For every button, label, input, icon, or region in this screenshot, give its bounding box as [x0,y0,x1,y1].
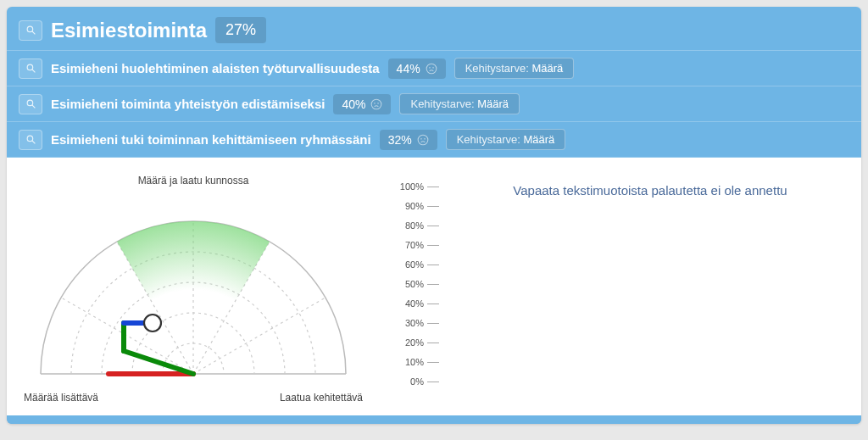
question-label: Esimieheni huolehtiminen alaisten työtur… [51,61,380,75]
zoom-button[interactable] [19,94,42,114]
zoom-button[interactable] [19,20,42,41]
gauge-svg [24,187,363,391]
sad-face-icon [417,134,429,146]
zoom-button[interactable] [19,58,42,79]
gauge-label-left: Määrää lisättävä [24,392,98,404]
magnifier-icon [25,63,36,74]
question-row-1: Esimieheni toiminta yhteistyön edistämis… [7,86,861,122]
svg-point-4 [426,64,437,74]
gauge-label-right: Laatua kehitettävä [280,392,363,404]
dev-label: Kehitystarve: [465,62,529,75]
scale-tick: 30% [405,318,439,328]
question-percent-badge: 44% [388,58,446,79]
scale-tick: 70% [405,240,439,250]
feedback-column: Vapaata tekstimuotoista palautetta ei ol… [456,175,844,404]
svg-line-13 [32,141,35,143]
category-panel: Esimiestoiminta 27% Esimieheni huolehtim… [7,7,861,424]
scale-tick: 80% [405,220,439,231]
magnifier-icon [25,25,36,36]
feedback-empty-text: Vapaata tekstimuotoista palautetta ei ol… [473,183,827,198]
svg-point-5 [429,67,430,68]
gauge-label-top: Määrä ja laatu kunnossa [138,175,249,187]
question-label: Esimieheni toiminta yhteistyön edistämis… [51,97,325,111]
svg-point-6 [432,67,433,68]
panel-bottom-accent [7,415,861,424]
dev-label: Kehitystarve: [457,133,520,146]
zoom-button[interactable] [19,130,42,150]
svg-line-8 [32,105,35,108]
svg-line-3 [32,70,35,72]
percent-value: 40% [342,97,365,111]
percent-scale: 100% 90% 80% 70% 60% 50% 40% 30% 20% 10%… [380,175,439,387]
question-row-0: Esimieheni huolehtiminen alaisten työtur… [7,51,861,86]
question-label: Esimieheni tuki toiminnan kehittämiseen … [51,132,371,147]
percent-value: 32% [388,133,412,147]
magnifier-icon [25,98,36,109]
scale-tick: 60% [405,259,439,270]
svg-point-15 [420,138,421,139]
development-need-badge: Kehitystarve: Määrä [446,129,566,150]
svg-point-2 [27,64,33,70]
dev-label: Kehitystarve: [410,97,474,110]
svg-point-9 [372,99,382,109]
svg-point-7 [27,100,33,106]
sad-face-icon [370,98,382,110]
sad-face-icon [426,63,437,75]
dev-value: Määrä [523,133,554,146]
gauge-chart: Määrä ja laatu kunnossa [24,175,363,404]
percent-value: 27% [225,21,256,39]
category-title: Esimiestoiminta [51,19,207,42]
scale-tick: 0% [410,376,439,387]
svg-line-1 [32,31,35,34]
svg-point-10 [375,103,376,103]
header-main-row: Esimiestoiminta 27% [7,7,861,51]
dev-value: Määrä [531,62,563,75]
development-need-badge: Kehitystarve: Määrä [399,93,520,114]
svg-point-14 [418,135,428,145]
category-percent-badge: 27% [215,17,266,43]
question-row-2: Esimieheni tuki toiminnan kehittämiseen … [7,122,861,158]
development-need-badge: Kehitystarve: Määrä [454,58,575,79]
scale-tick: 10% [405,357,439,367]
question-percent-badge: 32% [380,130,437,150]
dev-value: Määrä [477,97,509,110]
magnifier-icon [25,134,36,145]
scale-tick: 20% [405,337,439,348]
percent-value: 44% [397,62,420,75]
svg-point-11 [378,103,379,103]
scale-tick: 40% [405,298,439,309]
chart-content-area: Määrä ja laatu kunnossa [7,158,861,415]
scale-tick: 90% [405,201,439,211]
question-percent-badge: 40% [333,94,391,114]
svg-point-12 [27,136,33,142]
svg-point-16 [424,138,425,139]
scale-tick: 50% [405,279,439,289]
svg-point-0 [27,26,33,32]
svg-point-28 [144,315,161,331]
scale-tick: 100% [400,181,439,192]
